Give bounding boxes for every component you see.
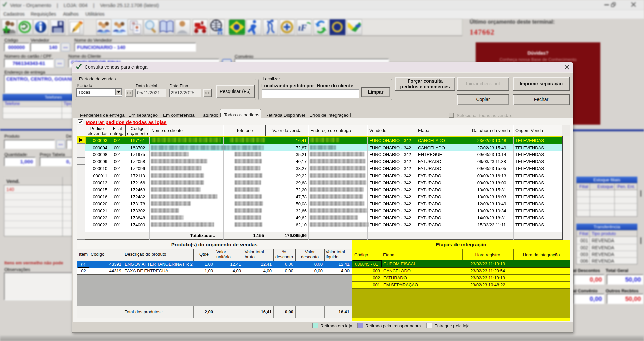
svg-text:ıF: ıF [298,23,307,33]
